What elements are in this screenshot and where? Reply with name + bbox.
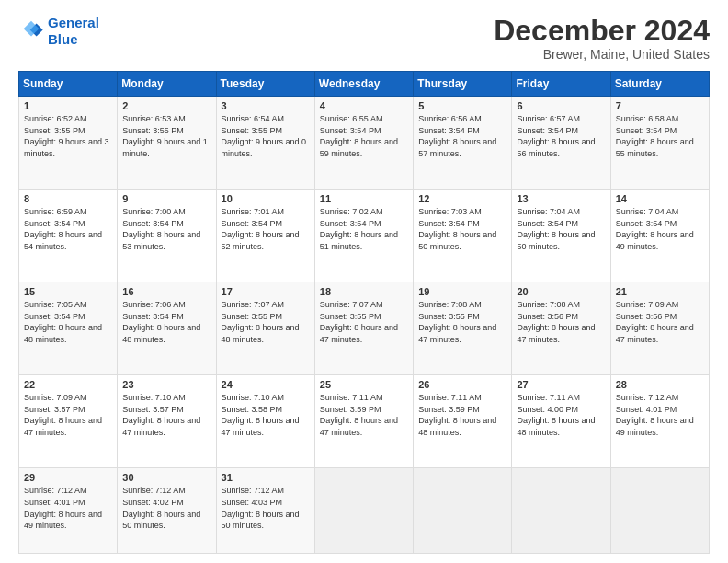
calendar-cell: 11 Sunrise: 7:02 AM Sunset: 3:54 PM Dayl… [314,190,413,282]
calendar-week-2: 8 Sunrise: 6:59 AM Sunset: 3:54 PM Dayli… [19,190,710,282]
day-info: Sunrise: 7:10 AM Sunset: 3:58 PM Dayligh… [222,392,310,438]
calendar-cell: 30 Sunrise: 7:12 AM Sunset: 4:02 PM Dayl… [118,468,216,554]
day-header-saturday: Saturday [610,72,709,97]
calendar-cell: 14 Sunrise: 7:04 AM Sunset: 3:54 PM Dayl… [610,190,709,282]
day-number: 2 [122,100,210,111]
day-info: Sunrise: 6:59 AM Sunset: 3:54 PM Dayligh… [24,206,112,252]
calendar-cell: 13 Sunrise: 7:04 AM Sunset: 3:54 PM Dayl… [512,190,610,282]
day-number: 21 [616,286,704,297]
calendar-cell: 20 Sunrise: 7:08 AM Sunset: 3:56 PM Dayl… [512,282,610,375]
calendar-cell: 3 Sunrise: 6:54 AM Sunset: 3:55 PM Dayli… [216,97,314,190]
day-info: Sunrise: 7:12 AM Sunset: 4:01 PM Dayligh… [616,392,704,438]
calendar-cell: 12 Sunrise: 7:03 AM Sunset: 3:54 PM Dayl… [414,190,512,282]
day-header-friday: Friday [512,72,610,97]
day-number: 10 [222,193,310,204]
calendar-cell: 31 Sunrise: 7:12 AM Sunset: 4:03 PM Dayl… [216,468,314,554]
day-header-thursday: Thursday [414,72,512,97]
calendar-week-4: 22 Sunrise: 7:09 AM Sunset: 3:57 PM Dayl… [19,375,710,468]
calendar-cell [314,468,413,554]
day-number: 24 [222,379,310,390]
day-number: 9 [122,193,210,204]
logo-icon [18,18,44,44]
header: General Blue December 2024 Brewer, Maine… [18,15,710,62]
day-info: Sunrise: 7:12 AM Sunset: 4:01 PM Dayligh… [24,485,112,531]
calendar-week-1: 1 Sunrise: 6:52 AM Sunset: 3:55 PM Dayli… [19,97,710,190]
day-number: 14 [616,193,704,204]
calendar-cell: 21 Sunrise: 7:09 AM Sunset: 3:56 PM Dayl… [610,282,709,375]
calendar-cell [610,468,709,554]
calendar-cell: 18 Sunrise: 7:07 AM Sunset: 3:55 PM Dayl… [314,282,413,375]
calendar-cell: 29 Sunrise: 7:12 AM Sunset: 4:01 PM Dayl… [19,468,118,554]
day-number: 5 [418,100,506,111]
day-info: Sunrise: 7:11 AM Sunset: 4:00 PM Dayligh… [517,392,605,438]
day-info: Sunrise: 7:11 AM Sunset: 3:59 PM Dayligh… [418,392,506,438]
calendar-cell: 24 Sunrise: 7:10 AM Sunset: 3:58 PM Dayl… [216,375,314,468]
logo-line2: Blue [48,31,99,48]
day-number: 26 [418,379,506,390]
day-number: 18 [320,286,408,297]
day-info: Sunrise: 6:57 AM Sunset: 3:54 PM Dayligh… [517,113,605,159]
day-number: 17 [222,286,310,297]
day-number: 7 [616,100,704,111]
day-info: Sunrise: 7:09 AM Sunset: 3:56 PM Dayligh… [616,299,704,345]
day-info: Sunrise: 7:07 AM Sunset: 3:55 PM Dayligh… [320,299,408,345]
logo: General Blue [18,15,99,48]
day-number: 8 [24,193,112,204]
calendar-cell: 27 Sunrise: 7:11 AM Sunset: 4:00 PM Dayl… [512,375,610,468]
day-number: 31 [222,472,310,483]
day-info: Sunrise: 7:07 AM Sunset: 3:55 PM Dayligh… [222,299,310,345]
calendar-cell: 8 Sunrise: 6:59 AM Sunset: 3:54 PM Dayli… [19,190,118,282]
calendar-cell: 16 Sunrise: 7:06 AM Sunset: 3:54 PM Dayl… [118,282,216,375]
day-info: Sunrise: 7:01 AM Sunset: 3:54 PM Dayligh… [222,206,310,252]
calendar-cell: 4 Sunrise: 6:55 AM Sunset: 3:54 PM Dayli… [314,97,413,190]
day-info: Sunrise: 7:04 AM Sunset: 3:54 PM Dayligh… [616,206,704,252]
day-number: 16 [122,286,210,297]
day-info: Sunrise: 7:08 AM Sunset: 3:56 PM Dayligh… [517,299,605,345]
day-number: 30 [122,472,210,483]
calendar-week-5: 29 Sunrise: 7:12 AM Sunset: 4:01 PM Dayl… [19,468,710,554]
day-number: 12 [418,193,506,204]
calendar-header-row: SundayMondayTuesdayWednesdayThursdayFrid… [19,72,710,97]
calendar-cell: 10 Sunrise: 7:01 AM Sunset: 3:54 PM Dayl… [216,190,314,282]
day-info: Sunrise: 6:53 AM Sunset: 3:55 PM Dayligh… [122,113,210,159]
calendar-cell: 15 Sunrise: 7:05 AM Sunset: 3:54 PM Dayl… [19,282,118,375]
day-info: Sunrise: 7:09 AM Sunset: 3:57 PM Dayligh… [24,392,112,438]
logo-line1: General [48,15,99,30]
day-header-wednesday: Wednesday [314,72,413,97]
day-info: Sunrise: 7:05 AM Sunset: 3:54 PM Dayligh… [24,299,112,345]
day-number: 11 [320,193,408,204]
day-info: Sunrise: 6:55 AM Sunset: 3:54 PM Dayligh… [320,113,408,159]
day-info: Sunrise: 7:04 AM Sunset: 3:54 PM Dayligh… [517,206,605,252]
day-number: 6 [517,100,605,111]
calendar-cell: 26 Sunrise: 7:11 AM Sunset: 3:59 PM Dayl… [414,375,512,468]
calendar-cell: 6 Sunrise: 6:57 AM Sunset: 3:54 PM Dayli… [512,97,610,190]
calendar-cell: 2 Sunrise: 6:53 AM Sunset: 3:55 PM Dayli… [118,97,216,190]
day-info: Sunrise: 7:11 AM Sunset: 3:59 PM Dayligh… [320,392,408,438]
calendar-cell: 5 Sunrise: 6:56 AM Sunset: 3:54 PM Dayli… [414,97,512,190]
calendar-cell: 28 Sunrise: 7:12 AM Sunset: 4:01 PM Dayl… [610,375,709,468]
day-info: Sunrise: 7:02 AM Sunset: 3:54 PM Dayligh… [320,206,408,252]
calendar-cell: 22 Sunrise: 7:09 AM Sunset: 3:57 PM Dayl… [19,375,118,468]
day-info: Sunrise: 7:03 AM Sunset: 3:54 PM Dayligh… [418,206,506,252]
page: General Blue December 2024 Brewer, Maine… [0,0,728,563]
calendar-cell: 23 Sunrise: 7:10 AM Sunset: 3:57 PM Dayl… [118,375,216,468]
day-info: Sunrise: 7:10 AM Sunset: 3:57 PM Dayligh… [122,392,210,438]
calendar-table: SundayMondayTuesdayWednesdayThursdayFrid… [18,71,710,554]
day-info: Sunrise: 7:00 AM Sunset: 3:54 PM Dayligh… [122,206,210,252]
calendar-cell: 9 Sunrise: 7:00 AM Sunset: 3:54 PM Dayli… [118,190,216,282]
subtitle: Brewer, Maine, United States [494,47,710,62]
day-number: 23 [122,379,210,390]
day-number: 28 [616,379,704,390]
day-info: Sunrise: 7:08 AM Sunset: 3:55 PM Dayligh… [418,299,506,345]
day-info: Sunrise: 6:58 AM Sunset: 3:54 PM Dayligh… [616,113,704,159]
day-number: 13 [517,193,605,204]
calendar-cell: 25 Sunrise: 7:11 AM Sunset: 3:59 PM Dayl… [314,375,413,468]
calendar-cell: 1 Sunrise: 6:52 AM Sunset: 3:55 PM Dayli… [19,97,118,190]
day-number: 25 [320,379,408,390]
day-number: 15 [24,286,112,297]
calendar-cell [512,468,610,554]
day-number: 29 [24,472,112,483]
calendar-cell: 7 Sunrise: 6:58 AM Sunset: 3:54 PM Dayli… [610,97,709,190]
day-info: Sunrise: 6:52 AM Sunset: 3:55 PM Dayligh… [24,113,112,159]
title-block: December 2024 Brewer, Maine, United Stat… [494,15,710,62]
